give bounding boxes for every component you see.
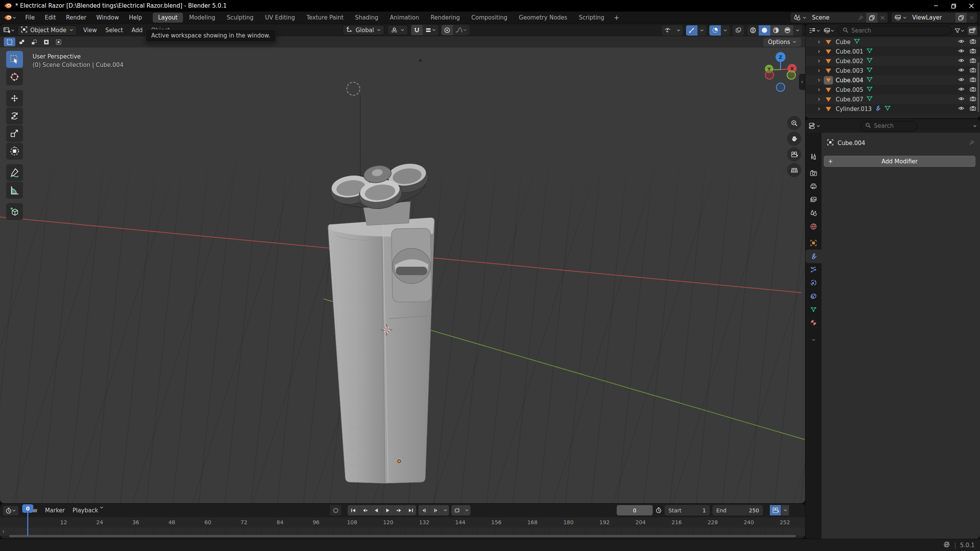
restore-button[interactable] (945, 0, 962, 11)
viewlayer-icon[interactable] (892, 13, 910, 23)
chevron-right-icon[interactable] (817, 58, 821, 65)
properties-search[interactable] (860, 121, 918, 131)
viewlayer-name-field[interactable]: ViewLayer (910, 13, 956, 23)
pin-icon[interactable] (969, 140, 975, 147)
chevron-right-icon[interactable] (817, 67, 821, 74)
mesh-data-icon[interactable] (866, 76, 873, 84)
chevron-down-icon[interactable] (463, 505, 470, 515)
add-modifier-button[interactable]: + Add Modifier (824, 156, 975, 167)
search-input[interactable] (851, 27, 946, 34)
orthographic-grid-icon[interactable] (787, 163, 801, 177)
sidebar-collapse-arrow[interactable]: ‹ (799, 74, 805, 90)
chevron-down-icon[interactable] (973, 124, 977, 128)
filter-view-icon[interactable] (823, 28, 835, 34)
object-name[interactable]: Cube.005 (836, 86, 863, 93)
mesh-data-icon[interactable] (866, 57, 873, 65)
close-button[interactable] (962, 0, 980, 11)
object-name[interactable]: Cube.002 (836, 58, 863, 65)
next-keyframe-button[interactable] (394, 505, 405, 515)
hide-eye-icon[interactable] (958, 106, 965, 112)
visibility-icon[interactable] (662, 25, 674, 36)
workspace-tab-animation[interactable]: Animation (384, 13, 424, 23)
object-name[interactable]: Cube.007 (836, 96, 863, 103)
viewport-menu-select[interactable]: Select (101, 24, 127, 36)
tool-move-icon[interactable] (6, 90, 23, 107)
properties-tab-material[interactable] (805, 316, 822, 329)
tool-rotate-icon[interactable] (6, 108, 23, 124)
app-menu-icon[interactable] (0, 14, 20, 21)
disable-render-icon[interactable] (970, 67, 976, 74)
modifier-wrench-icon[interactable] (874, 105, 881, 113)
timeline-ruler[interactable]: 1224364860728496108120132144156168180192… (0, 517, 805, 528)
outliner-row[interactable]: Cylinder.013 (805, 104, 980, 114)
chevron-down-icon[interactable] (697, 25, 706, 36)
play-button[interactable] (382, 505, 393, 515)
chevron-right-icon[interactable] (817, 48, 821, 55)
properties-editor-icon[interactable] (808, 122, 820, 129)
mesh-object-icon[interactable] (824, 57, 833, 65)
current-frame-field[interactable]: 0 (617, 505, 653, 515)
snap-magnet-icon[interactable] (411, 25, 423, 35)
gizmos-toggle-icon[interactable] (686, 25, 697, 36)
properties-tab-constraints[interactable] (805, 289, 822, 303)
timeline-menu-playback[interactable]: Playback (69, 504, 102, 517)
tool-select-box-icon[interactable] (6, 51, 23, 68)
object-name[interactable]: Cube.003 (836, 67, 863, 74)
menu-file[interactable]: File (20, 11, 40, 24)
hide-eye-icon[interactable] (958, 86, 965, 93)
disable-render-icon[interactable] (970, 86, 976, 93)
properties-tab-view-layer[interactable] (805, 193, 822, 207)
jump-end-button[interactable] (405, 505, 416, 515)
workspace-tab-texture-paint[interactable]: Texture Paint (301, 13, 349, 23)
workspace-tab-sculpting[interactable]: Sculpting (221, 13, 259, 23)
menu-edit[interactable]: Edit (40, 11, 61, 24)
timeline-editor-icon[interactable] (3, 506, 18, 515)
options-button[interactable]: Options (763, 37, 801, 47)
shading-material-icon[interactable] (770, 25, 782, 36)
properties-tab-particles[interactable] (805, 263, 822, 277)
disable-render-icon[interactable] (970, 77, 976, 84)
properties-tab-object[interactable] (805, 236, 822, 250)
properties-tab-modifiers[interactable] (805, 249, 822, 263)
shading-wireframe-icon[interactable] (747, 25, 759, 36)
auto-key-icon[interactable] (330, 505, 341, 515)
falloff-curve-icon[interactable] (453, 25, 469, 35)
pin-icon[interactable] (855, 13, 866, 23)
workspace-tab-geometry-nodes[interactable]: Geometry Nodes (513, 13, 573, 23)
playhead[interactable]: 0 (22, 504, 33, 513)
play-reverse-button[interactable] (371, 505, 382, 515)
viewport-menu-add[interactable]: Add (127, 24, 147, 36)
jump-start-button[interactable] (348, 505, 359, 515)
pivot-selector[interactable] (387, 25, 408, 35)
menu-window[interactable]: Window (91, 11, 124, 24)
hide-eye-icon[interactable] (958, 48, 965, 55)
copy-icon[interactable] (866, 13, 877, 23)
shading-rendered-icon[interactable] (782, 25, 793, 36)
outliner-row[interactable]: Cube.002 (805, 56, 980, 66)
object-name[interactable]: Cube.004 (836, 77, 863, 84)
object-name[interactable]: Cube.001 (836, 48, 863, 55)
timeline-menu-marker[interactable]: Marker (41, 504, 69, 517)
select-mode-invert-icon[interactable] (41, 37, 52, 46)
end-frame-field[interactable]: End 250 (712, 505, 763, 515)
timeline-scrollbar[interactable] (9, 535, 796, 537)
workspace-tab-shading[interactable]: Shading (350, 13, 384, 23)
select-mode-intersect-icon[interactable] (53, 37, 64, 46)
mesh-object-icon[interactable] (824, 38, 833, 46)
tool-add-cube-icon[interactable] (6, 203, 23, 220)
add-workspace-button[interactable]: + (610, 13, 623, 22)
outliner-row[interactable]: Cube (805, 37, 980, 47)
tool-scale-icon[interactable] (6, 125, 23, 142)
mesh-data-icon[interactable] (884, 105, 891, 113)
properties-tab-render[interactable] (805, 166, 822, 180)
object-name[interactable]: Cylinder.013 (836, 106, 872, 112)
disable-render-icon[interactable] (970, 39, 976, 46)
chevron-right-icon[interactable] (817, 96, 821, 103)
xray-toggle-icon[interactable] (733, 25, 744, 36)
viewport-menu-view[interactable]: View (79, 24, 101, 36)
scene-icon[interactable] (791, 13, 809, 23)
disable-render-icon[interactable] (970, 96, 976, 103)
tool-transform-icon[interactable] (6, 143, 23, 160)
shading-solid-icon[interactable] (759, 25, 770, 36)
mesh-object-icon[interactable] (824, 76, 833, 85)
